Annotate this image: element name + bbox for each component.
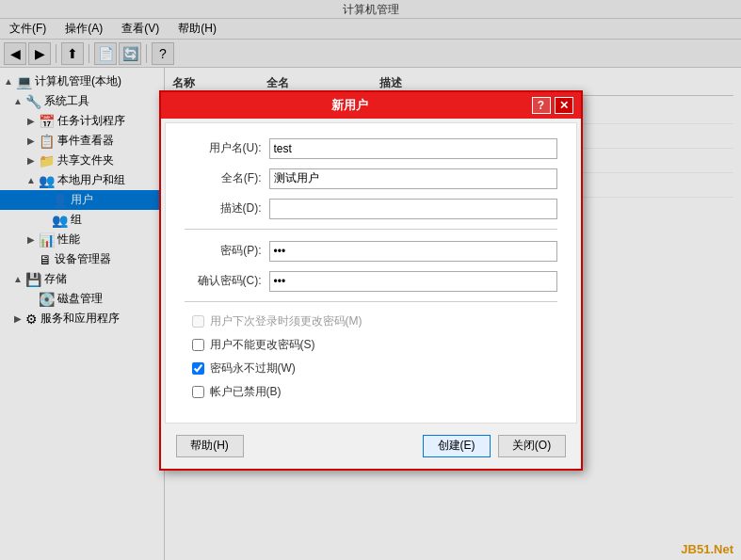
checkbox-cannot-change: 用户不能更改密码(S) — [185, 337, 557, 353]
create-button[interactable]: 创建(E) — [423, 435, 491, 457]
never-expire-checkbox[interactable] — [192, 362, 204, 375]
password-row: 密码(P): — [185, 241, 557, 262]
checkbox-must-change: 用户下次登录时须更改密码(M) — [185, 313, 557, 329]
password-label: 密码(P): — [185, 243, 269, 259]
fullname-row: 全名(F): — [185, 168, 557, 189]
account-disabled-label: 帐户已禁用(B) — [210, 384, 282, 400]
help-button[interactable]: 帮助(H) — [176, 435, 244, 457]
never-expire-label: 密码永不过期(W) — [210, 360, 296, 376]
dialog-overlay: 新用户 ? ✕ 用户名(U): 全名(F): 描述(D): — [0, 0, 741, 560]
username-input[interactable] — [269, 138, 557, 159]
fullname-label: 全名(F): — [185, 170, 269, 186]
username-row: 用户名(U): — [185, 138, 557, 159]
form-divider-2 — [185, 301, 557, 302]
cannot-change-checkbox[interactable] — [192, 339, 204, 351]
account-disabled-checkbox[interactable] — [192, 386, 204, 398]
must-change-label: 用户下次登录时须更改密码(M) — [210, 313, 362, 329]
confirm-password-label: 确认密码(C): — [185, 273, 269, 289]
dialog-title: 新用户 — [169, 97, 532, 114]
cannot-change-label: 用户不能更改密码(S) — [210, 337, 315, 353]
confirm-password-input[interactable] — [269, 271, 557, 292]
close-button[interactable]: 关闭(O) — [498, 435, 566, 457]
confirm-password-row: 确认密码(C): — [185, 271, 557, 292]
username-label: 用户名(U): — [185, 140, 269, 156]
watermark: JB51.Net — [681, 542, 733, 556]
dialog-help-button[interactable]: ? — [532, 97, 551, 114]
must-change-checkbox[interactable] — [192, 315, 204, 328]
dialog-footer: 帮助(H) 创建(E) 关闭(O) — [161, 427, 581, 469]
dialog-title-buttons: ? ✕ — [532, 97, 573, 114]
fullname-input[interactable] — [269, 168, 557, 189]
dialog-titlebar: 新用户 ? ✕ — [161, 92, 581, 119]
form-divider — [185, 229, 557, 230]
desc-label: 描述(D): — [185, 200, 269, 216]
checkbox-disabled: 帐户已禁用(B) — [185, 384, 557, 400]
dialog-close-title-button[interactable]: ✕ — [555, 97, 573, 114]
dialog-body: 用户名(U): 全名(F): 描述(D): 密码(P): 确认密码(C): — [165, 122, 577, 424]
new-user-dialog: 新用户 ? ✕ 用户名(U): 全名(F): 描述(D): — [159, 90, 583, 471]
checkbox-never-expire: 密码永不过期(W) — [185, 360, 557, 376]
dialog-action-buttons: 创建(E) 关闭(O) — [423, 435, 566, 457]
desc-input[interactable] — [269, 199, 557, 219]
desc-row: 描述(D): — [185, 199, 557, 219]
password-input[interactable] — [269, 241, 557, 262]
